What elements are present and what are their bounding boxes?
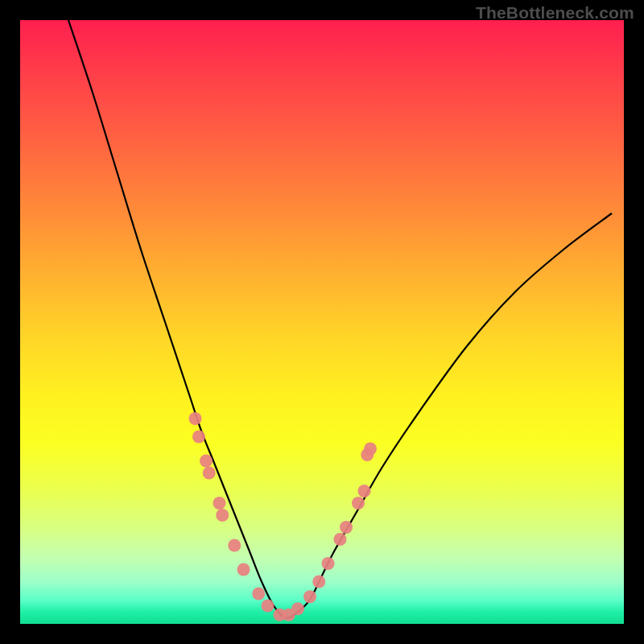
scatter-dot xyxy=(334,533,347,546)
plot-area xyxy=(20,20,624,624)
scatter-dot xyxy=(189,412,202,425)
scatter-dot xyxy=(358,485,371,497)
scatter-dot xyxy=(237,564,250,576)
scatter-dot xyxy=(303,590,316,603)
scatter-dot xyxy=(252,588,265,601)
scatter-dot xyxy=(203,467,216,480)
scatter-dot xyxy=(322,557,335,570)
scatter-dot xyxy=(352,497,365,510)
scatter-dot xyxy=(228,539,241,552)
scatter-dot xyxy=(312,576,325,588)
scatter-dot xyxy=(364,443,377,456)
chart-frame: TheBottleneck.com xyxy=(0,0,644,644)
scatter-dots xyxy=(189,412,378,621)
watermark-text: TheBottleneck.com xyxy=(476,3,634,23)
scatter-dot xyxy=(192,431,205,444)
scatter-dot xyxy=(213,497,226,510)
scatter-dot xyxy=(291,602,304,615)
scatter-dot xyxy=(262,600,275,613)
scatter-dot xyxy=(200,455,213,468)
scatter-dot xyxy=(340,521,353,534)
scatter-dot xyxy=(216,509,229,522)
chart-svg xyxy=(20,20,624,624)
